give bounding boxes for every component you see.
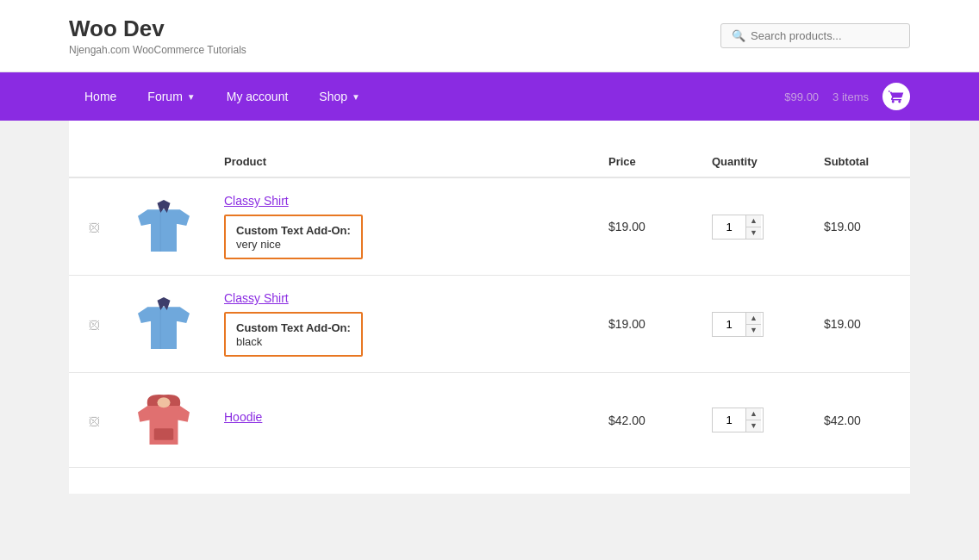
qty-input-wrap: ▲ ▼ <box>712 215 764 240</box>
qty-up[interactable]: ▲ <box>746 408 761 420</box>
price-cell: $42.00 <box>591 373 695 468</box>
nav-right: $99.00 3 items <box>784 83 910 110</box>
col-qty-header: Quantity <box>695 146 807 177</box>
table-row: ⦻ Hoodie $42.00 ▲ ▼ <box>69 373 910 468</box>
addon-value: black <box>236 335 262 348</box>
qty-up[interactable]: ▲ <box>746 215 761 227</box>
site-header: Woo Dev Njengah.com WooCommerce Tutorial… <box>0 0 979 72</box>
remove-cell: ⦻ <box>69 276 121 373</box>
product-link[interactable]: Classy Shirt <box>224 291 574 305</box>
image-cell <box>121 177 207 276</box>
subtotal-cell: $19.00 <box>807 177 910 276</box>
remove-cell: ⦻ <box>69 373 121 468</box>
qty-cell: ▲ ▼ <box>695 177 807 276</box>
subtotal-cell: $42.00 <box>807 373 910 468</box>
nav-left: Home Forum ▼ My account Shop ▼ <box>69 72 784 121</box>
cart-table-body: ⦻ Classy Shirt Custom Text Add-On: very … <box>69 177 910 468</box>
svg-marker-14 <box>178 406 190 422</box>
product-link[interactable]: Hoodie <box>224 410 574 424</box>
svg-point-11 <box>158 397 171 408</box>
qty-arrows: ▲ ▼ <box>745 215 761 239</box>
product-cell: Classy Shirt Custom Text Add-On: very ni… <box>207 177 591 276</box>
qty-input[interactable] <box>713 410 745 430</box>
qty-input[interactable] <box>713 217 745 237</box>
shop-dropdown-icon: ▼ <box>352 92 360 102</box>
search-icon: 🔍 <box>732 29 745 42</box>
addon-label: Custom Text Add-On: <box>236 321 351 334</box>
logo-block: Woo Dev Njengah.com WooCommerce Tutorial… <box>69 16 246 56</box>
nav-myaccount[interactable]: My account <box>211 72 304 121</box>
search-input[interactable] <box>751 29 899 42</box>
qty-up[interactable]: ▲ <box>746 313 761 325</box>
product-link[interactable]: Classy Shirt <box>224 194 574 208</box>
search-box[interactable]: 🔍 <box>720 23 910 48</box>
col-subtotal-header: Subtotal <box>807 146 910 177</box>
addon-box: Custom Text Add-On: black <box>224 312 363 357</box>
subtotal-cell: $19.00 <box>807 276 910 373</box>
nav-shop[interactable]: Shop ▼ <box>303 72 376 121</box>
qty-arrows: ▲ ▼ <box>745 313 761 336</box>
image-cell <box>121 373 207 468</box>
cart-table-header: Product Price Quantity Subtotal <box>69 146 910 177</box>
cart-total: $99.00 <box>784 90 819 103</box>
cart-icon[interactable] <box>882 83 910 110</box>
qty-input[interactable] <box>713 314 745 334</box>
qty-cell: ▲ ▼ <box>695 276 807 373</box>
main-content: Product Price Quantity Subtotal ⦻ Classy… <box>69 121 910 494</box>
svg-rect-12 <box>154 428 174 440</box>
addon-box: Custom Text Add-On: very nice <box>224 215 363 259</box>
qty-arrows: ▲ ▼ <box>745 408 761 432</box>
table-row: ⦻ Classy Shirt Custom Text Add-On: very … <box>69 177 910 276</box>
col-price-header: Price <box>591 146 695 177</box>
qty-cell: ▲ ▼ <box>695 373 807 468</box>
col-image <box>121 146 207 177</box>
remove-button[interactable]: ⦻ <box>86 412 103 429</box>
product-cell: Classy Shirt Custom Text Add-On: black <box>207 276 591 373</box>
cart-items-count: 3 items <box>832 90 869 103</box>
price-cell: $19.00 <box>591 276 695 373</box>
addon-label: Custom Text Add-On: <box>236 224 351 237</box>
qty-down[interactable]: ▼ <box>746 420 761 432</box>
logo-title: Woo Dev <box>69 16 246 42</box>
forum-dropdown-icon: ▼ <box>187 92 196 102</box>
addon-value: very nice <box>236 238 281 251</box>
cart-table: Product Price Quantity Subtotal ⦻ Classy… <box>69 146 910 468</box>
qty-down[interactable]: ▼ <box>746 227 761 239</box>
navbar: Home Forum ▼ My account Shop ▼ $99.00 3 … <box>0 72 979 121</box>
remove-button[interactable]: ⦻ <box>86 315 103 333</box>
qty-input-wrap: ▲ ▼ <box>712 312 764 337</box>
nav-home[interactable]: Home <box>69 72 132 121</box>
col-remove <box>69 146 121 177</box>
qty-input-wrap: ▲ ▼ <box>712 408 764 432</box>
qty-down[interactable]: ▼ <box>746 325 761 336</box>
svg-marker-13 <box>138 406 150 422</box>
logo-subtitle: Njengah.com WooCommerce Tutorials <box>69 44 246 56</box>
image-cell <box>121 276 207 373</box>
price-cell: $19.00 <box>591 177 695 276</box>
remove-cell: ⦻ <box>69 177 121 276</box>
table-row: ⦻ Classy Shirt Custom Text Add-On: black… <box>69 276 910 373</box>
nav-forum[interactable]: Forum ▼ <box>132 72 210 121</box>
product-cell: Hoodie <box>207 373 591 468</box>
col-product-header: Product <box>207 146 591 177</box>
remove-button[interactable]: ⦻ <box>86 218 103 235</box>
